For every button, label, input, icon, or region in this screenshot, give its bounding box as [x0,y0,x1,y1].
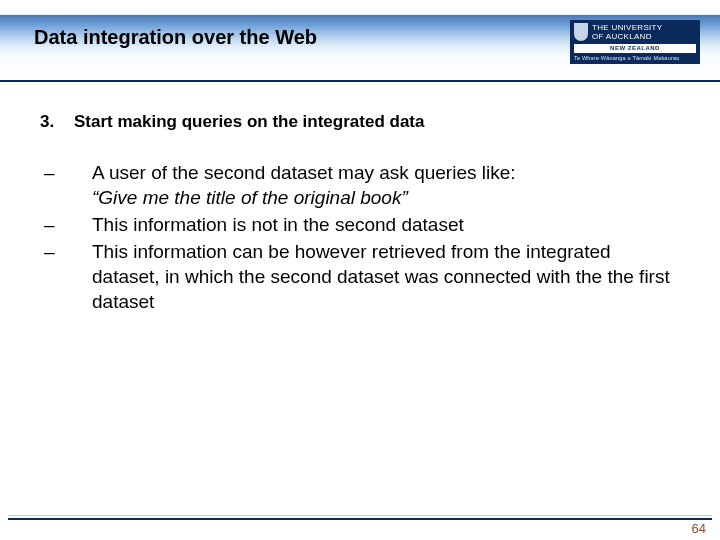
page-number: 64 [692,521,706,536]
list-item: – A user of the second dataset may ask q… [40,160,680,210]
list-item: – This information can be however retrie… [40,239,680,314]
university-logo: THE UNIVERSITY OF AUCKLAND NEW ZEALAND T… [570,20,700,64]
step-text: Start making queries on the integrated d… [74,112,424,132]
bullet-dash: – [40,160,92,210]
bullet-text: This information can be however retrieve… [92,239,680,314]
footer-rule [8,515,712,520]
bullet-text: A user of the second dataset may ask que… [92,160,680,210]
numbered-step: 3. Start making queries on the integrate… [40,112,680,132]
logo-text-block: THE UNIVERSITY OF AUCKLAND [592,23,662,41]
bullet-line: A user of the second dataset may ask que… [92,162,516,183]
bullet-dash: – [40,212,92,237]
bullet-text: This information is not in the second da… [92,212,680,237]
slide-title: Data integration over the Web [34,26,317,49]
list-item: – This information is not in the second … [40,212,680,237]
slide-header: Data integration over the Web THE UNIVER… [0,0,720,82]
logo-line-2: OF AUCKLAND [592,32,662,41]
logo-tagline: Te Whare Wānanga o Tāmaki Makaurau [574,55,696,61]
bullet-quote: “Give me the title of the original book” [92,187,408,208]
crest-icon [574,23,588,41]
step-number: 3. [40,112,74,132]
bullet-dash: – [40,239,92,314]
logo-line-1: THE UNIVERSITY [592,23,662,32]
logo-top-row: THE UNIVERSITY OF AUCKLAND [574,23,696,41]
bullet-list: – A user of the second dataset may ask q… [40,160,680,314]
logo-nz-bar: NEW ZEALAND [574,44,696,53]
slide-content: 3. Start making queries on the integrate… [0,82,720,314]
